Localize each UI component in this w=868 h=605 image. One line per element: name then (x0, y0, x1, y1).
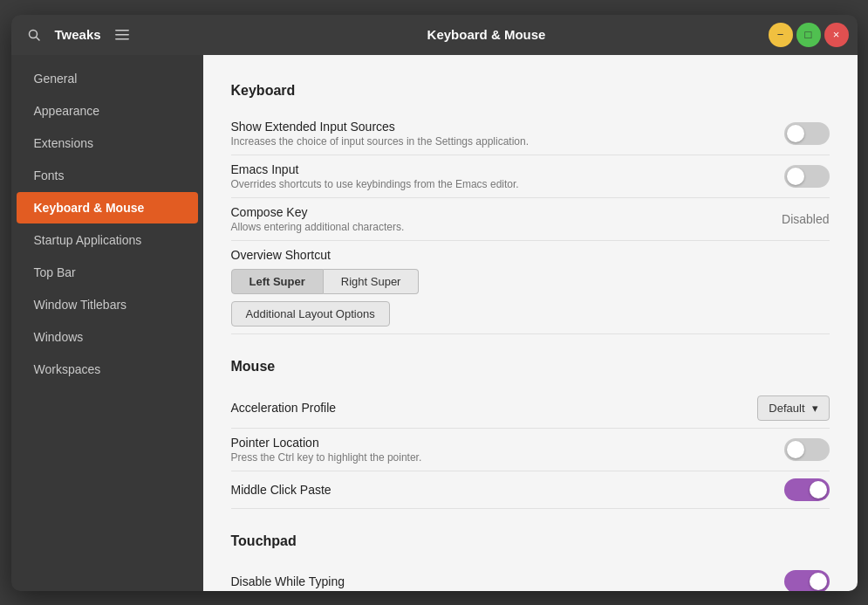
pointer-location-track (784, 438, 830, 461)
emacs-input-desc: Overrides shortcuts to use keybindings f… (231, 178, 519, 190)
emacs-input-knob (787, 168, 804, 185)
sidebar-item-windows[interactable]: Windows (17, 321, 198, 353)
sidebar-item-appearance[interactable]: Appearance (17, 95, 198, 127)
acceleration-profile-dropdown[interactable]: Default ▾ (757, 395, 829, 421)
compose-key-info: Compose Key Allows entering additional c… (231, 205, 405, 233)
svg-rect-4 (115, 38, 129, 40)
titlebar-left: Tweaks (20, 21, 212, 49)
app-body: General Appearance Extensions Fonts Keyb… (11, 55, 858, 591)
titlebar: Tweaks Keyboard & Mouse − □ × (11, 15, 858, 55)
sidebar-item-top-bar[interactable]: Top Bar (17, 257, 198, 288)
disable-while-typing-knob (810, 573, 827, 590)
titlebar-controls: − □ × (762, 23, 849, 47)
sidebar-item-startup-applications[interactable]: Startup Applications (17, 224, 198, 256)
mouse-section-title: Mouse (231, 359, 830, 375)
main-content: Keyboard Show Extended Input Sources Inc… (203, 55, 858, 591)
disable-while-typing-toggle[interactable] (784, 570, 830, 591)
middle-click-label: Middle Click Paste (231, 483, 331, 497)
emacs-input-label: Emacs Input (231, 162, 519, 176)
show-extended-desc: Increases the choice of input sources in… (231, 135, 530, 148)
emacs-input-toggle[interactable] (784, 165, 830, 188)
pointer-location-row: Pointer Location Press the Ctrl key to h… (231, 429, 830, 471)
app-window: Tweaks Keyboard & Mouse − □ × General Ap… (11, 15, 858, 591)
sidebar-item-extensions[interactable]: Extensions (17, 127, 198, 159)
menu-button[interactable] (108, 21, 136, 49)
disable-while-typing-label: Disable While Typing (231, 574, 345, 588)
additional-layout-button[interactable]: Additional Layout Options (231, 301, 390, 327)
keyboard-section-title: Keyboard (231, 83, 830, 99)
acceleration-profile-label: Acceleration Profile (231, 401, 337, 415)
right-super-button[interactable]: Right Super (324, 269, 420, 294)
minimize-button[interactable]: − (769, 23, 793, 47)
sidebar: General Appearance Extensions Fonts Keyb… (11, 55, 203, 591)
dropdown-chevron-icon: ▾ (812, 402, 818, 415)
show-extended-info: Show Extended Input Sources Increases th… (231, 120, 530, 148)
acceleration-profile-row: Acceleration Profile Default ▾ (231, 388, 830, 429)
show-extended-track (784, 122, 830, 145)
middle-click-knob (810, 481, 827, 498)
overview-shortcut-row: Overview Shortcut Left Super Right Super… (231, 241, 830, 334)
svg-line-1 (36, 37, 39, 40)
sidebar-item-keyboard-mouse[interactable]: Keyboard & Mouse (17, 192, 198, 223)
middle-click-track (784, 478, 830, 501)
sidebar-item-general[interactable]: General (17, 63, 198, 94)
show-extended-row: Show Extended Input Sources Increases th… (231, 113, 830, 155)
touchpad-section-title: Touchpad (231, 533, 830, 549)
disable-while-typing-row: Disable While Typing (231, 563, 830, 591)
sidebar-item-fonts[interactable]: Fonts (17, 160, 198, 191)
compose-key-desc: Allows entering additional characters. (231, 221, 405, 233)
pointer-location-info: Pointer Location Press the Ctrl key to h… (231, 436, 422, 464)
middle-click-toggle[interactable] (784, 478, 830, 501)
search-button[interactable] (20, 21, 48, 49)
page-title: Keyboard & Mouse (212, 27, 762, 42)
sidebar-item-workspaces[interactable]: Workspaces (17, 354, 198, 385)
show-extended-toggle[interactable] (784, 122, 830, 145)
acceleration-profile-value: Default (769, 402, 804, 415)
emacs-input-info: Emacs Input Overrides shortcuts to use k… (231, 162, 519, 190)
pointer-location-toggle[interactable] (784, 438, 830, 461)
svg-rect-2 (115, 30, 129, 31)
pointer-location-desc: Press the Ctrl key to highlight the poin… (231, 451, 422, 464)
app-name: Tweaks (55, 27, 101, 42)
overview-shortcut-label: Overview Shortcut (231, 248, 830, 262)
emacs-input-row: Emacs Input Overrides shortcuts to use k… (231, 155, 830, 198)
close-button[interactable]: × (824, 23, 849, 47)
compose-key-row: Compose Key Allows entering additional c… (231, 198, 830, 241)
emacs-input-track (784, 165, 830, 188)
left-super-button[interactable]: Left Super (231, 269, 324, 294)
sidebar-item-window-titlebars[interactable]: Window Titlebars (17, 289, 198, 320)
disable-while-typing-track (784, 570, 830, 591)
middle-click-row: Middle Click Paste (231, 471, 830, 509)
pointer-location-knob (787, 441, 804, 458)
compose-key-label: Compose Key (231, 205, 405, 219)
show-extended-knob (787, 125, 804, 142)
compose-key-value: Disabled (782, 212, 829, 226)
show-extended-label: Show Extended Input Sources (231, 120, 530, 134)
svg-rect-3 (115, 34, 129, 36)
overview-shortcut-btngroup: Left Super Right Super (231, 269, 830, 294)
pointer-location-label: Pointer Location (231, 436, 422, 450)
maximize-button[interactable]: □ (796, 23, 821, 47)
